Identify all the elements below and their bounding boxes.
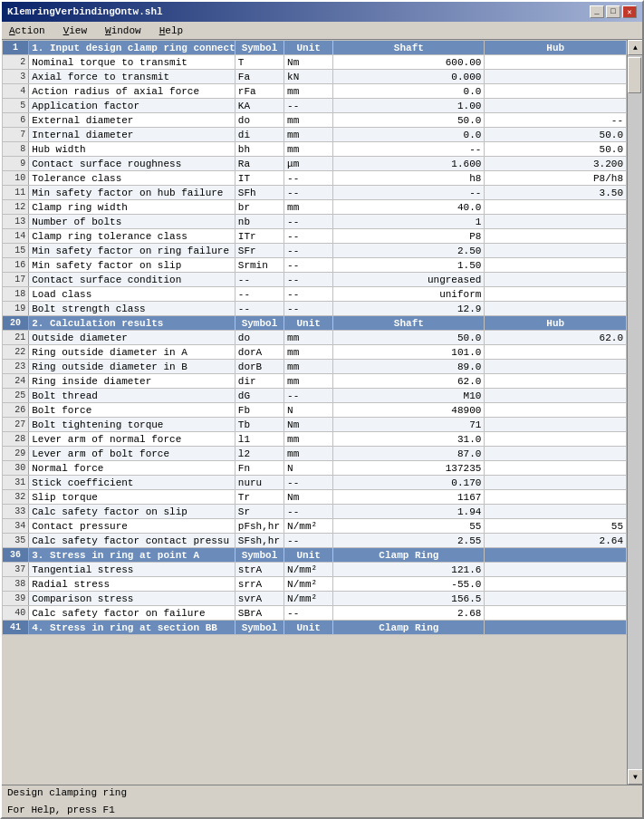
menu-help[interactable]: Help xyxy=(156,24,187,37)
row-hub xyxy=(485,244,627,258)
table-row[interactable]: 6External diameterdomm50.0-- xyxy=(3,113,627,128)
row-number: 27 xyxy=(3,418,29,432)
table-row[interactable]: 11Min safety factor on hub failureSFh---… xyxy=(3,186,627,200)
table-row[interactable]: 14Clamp ring tolerance classITr--P8 xyxy=(3,229,627,244)
row-symbol: strA xyxy=(235,563,284,577)
row-hub: 50.0 xyxy=(485,142,627,157)
table-row[interactable]: 16Min safety factor on slipSrmin--1.50 xyxy=(3,258,627,273)
table-row[interactable]: 28Lever arm of normal forcel1mm31.0 xyxy=(3,432,627,447)
row-action: Bolt tightening torque xyxy=(29,418,235,432)
row-action: Bolt strength class xyxy=(29,302,235,316)
table-row[interactable]: 26Bolt forceFbN48900 xyxy=(3,403,627,418)
table-row[interactable]: 34Contact pressurepFsh,hrN/mm²5555 xyxy=(3,519,627,534)
scroll-thumb[interactable] xyxy=(628,57,641,93)
row-shaft: Clamp Ring xyxy=(333,621,485,635)
row-shaft: P8 xyxy=(333,229,485,244)
table-row[interactable]: 18Load class----uniform xyxy=(3,287,627,302)
row-unit: Nm xyxy=(284,418,333,432)
row-hub xyxy=(485,505,627,519)
table-row[interactable]: 23Ring outside diameter in BdorBmm89.0 xyxy=(3,360,627,374)
table-row[interactable]: 11. Input design clamp ring connectSymbo… xyxy=(3,41,627,55)
table-row[interactable]: 7Internal diameterdimm0.050.0 xyxy=(3,128,627,142)
row-number: 32 xyxy=(3,490,29,505)
row-shaft: 0.0 xyxy=(333,128,485,142)
row-action: Contact pressure xyxy=(29,519,235,534)
row-number: 10 xyxy=(3,171,29,186)
row-hub xyxy=(485,200,627,215)
maximize-button[interactable]: □ xyxy=(606,5,620,18)
row-hub: 62.0 xyxy=(485,331,627,345)
table-row[interactable]: 15Min safety factor on ring failureSFr--… xyxy=(3,244,627,258)
row-shaft: 0.0 xyxy=(333,84,485,99)
row-number: 8 xyxy=(3,142,29,157)
table-row[interactable]: 13Number of boltsnb--1 xyxy=(3,215,627,229)
row-symbol: bh xyxy=(235,142,284,157)
row-unit: -- xyxy=(284,476,333,490)
menu-action[interactable]: Action xyxy=(5,24,49,37)
table-row[interactable]: 4Action radius of axial forcerFamm0.0 xyxy=(3,84,627,99)
table-row[interactable]: 33Calc safety factor on slipSr--1.94 xyxy=(3,505,627,519)
scroll-up-button[interactable]: ▲ xyxy=(628,40,642,55)
row-number: 31 xyxy=(3,476,29,490)
row-action: Normal force xyxy=(29,461,235,476)
row-symbol: Srmin xyxy=(235,258,284,273)
table-row[interactable]: 38Radial stresssrrAN/mm²-55.0 xyxy=(3,577,627,592)
row-shaft: 600.00 xyxy=(333,55,485,70)
table-row[interactable]: 40Calc safety factor on failureSBrA--2.6… xyxy=(3,606,627,621)
vertical-scrollbar[interactable]: ▲ ▼ xyxy=(627,40,642,785)
row-symbol: SBrA xyxy=(235,606,284,621)
row-number: 38 xyxy=(3,577,29,592)
close-button[interactable]: ✕ xyxy=(622,5,637,18)
minimize-button[interactable]: _ xyxy=(590,5,604,18)
row-action: Action radius of axial force xyxy=(29,84,235,99)
table-row[interactable]: 29Lever arm of bolt forcel2mm87.0 xyxy=(3,447,627,461)
row-action: 1. Input design clamp ring connect xyxy=(29,41,235,55)
row-hub xyxy=(485,389,627,403)
row-hub xyxy=(485,577,627,592)
menu-view[interactable]: View xyxy=(60,24,91,37)
row-action: 2. Calculation results xyxy=(29,316,235,331)
table-row[interactable]: 363. Stress in ring at point ASymbolUnit… xyxy=(3,548,627,563)
table-row[interactable]: 8Hub widthbhmm--50.0 xyxy=(3,142,627,157)
row-shaft: Shaft xyxy=(333,41,485,55)
table-row[interactable]: 10Tolerance classIT--h8P8/h8 xyxy=(3,171,627,186)
table-row[interactable]: 31Stick coefficientnuru--0.170 xyxy=(3,476,627,490)
row-shaft: 1.50 xyxy=(333,258,485,273)
scroll-track[interactable] xyxy=(628,55,642,769)
table-row[interactable]: 9Contact surface roughnessRaμm1.6003.200 xyxy=(3,157,627,171)
table-row[interactable]: 37Tangential stressstrAN/mm²121.6 xyxy=(3,563,627,577)
row-unit: Unit xyxy=(284,548,333,563)
table-row[interactable]: 414. Stress in ring at section BBSymbolU… xyxy=(3,621,627,635)
row-unit: mm xyxy=(284,128,333,142)
scroll-down-button[interactable]: ▼ xyxy=(628,769,642,785)
table-row[interactable]: 21Outside diameterdomm50.062.0 xyxy=(3,331,627,345)
row-action: Lever arm of normal force xyxy=(29,432,235,447)
row-symbol: Ra xyxy=(235,157,284,171)
table-row[interactable]: 12Clamp ring widthbrmm40.0 xyxy=(3,200,627,215)
row-number: 7 xyxy=(3,128,29,142)
table-row[interactable]: 19Bolt strength class----12.9 xyxy=(3,302,627,316)
status-line2: For Help, press F1 xyxy=(7,805,637,815)
row-unit: mm xyxy=(284,447,333,461)
table-scroll[interactable]: 11. Input design clamp ring connectSymbo… xyxy=(2,40,642,785)
table-row[interactable]: 5Application factorKA--1.00 xyxy=(3,99,627,113)
table-row[interactable]: 17Contact surface condition----ungreased xyxy=(3,273,627,287)
table-row[interactable]: 30Normal forceFnN137235 xyxy=(3,461,627,476)
table-row[interactable]: 32Slip torqueTrNm1167 xyxy=(3,490,627,505)
row-hub xyxy=(485,215,627,229)
table-row[interactable]: 24Ring inside diameterdirmm62.0 xyxy=(3,374,627,389)
row-action: Min safety factor on slip xyxy=(29,258,235,273)
table-row[interactable]: 25Bolt threaddG--M10 xyxy=(3,389,627,403)
table-row[interactable]: 3Axial force to transmitFakN0.000 xyxy=(3,70,627,84)
menu-window[interactable]: Window xyxy=(101,24,145,37)
table-row[interactable]: 27Bolt tightening torqueTbNm71 xyxy=(3,418,627,432)
table-row[interactable]: 2Nominal torque to transmitTNm600.00 xyxy=(3,55,627,70)
table-row[interactable]: 39Comparison stresssvrAN/mm²156.5 xyxy=(3,592,627,606)
row-number: 36 xyxy=(3,548,29,563)
table-row[interactable]: 35Calc safety factor contact pressuSFsh,… xyxy=(3,534,627,548)
row-hub xyxy=(485,99,627,113)
table-row[interactable]: 22Ring outside diameter in AdorAmm101.0 xyxy=(3,345,627,360)
row-symbol: Fn xyxy=(235,461,284,476)
table-row[interactable]: 202. Calculation resultsSymbolUnitShaftH… xyxy=(3,316,627,331)
row-symbol: rFa xyxy=(235,84,284,99)
